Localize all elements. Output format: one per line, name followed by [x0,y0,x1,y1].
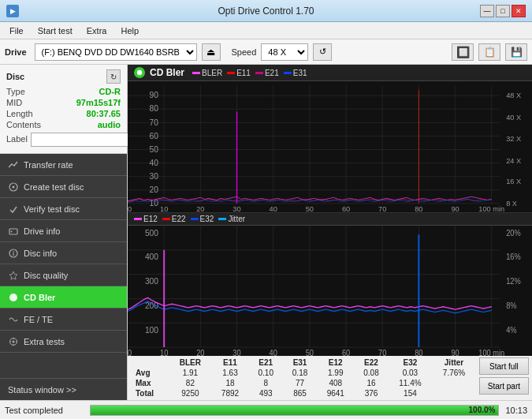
mid-label: MID [6,98,22,107]
svg-text:16 X: 16 X [506,177,522,185]
legend-bler: BLER [192,69,222,77]
svg-rect-64 [128,226,532,357]
close-button[interactable]: ✕ [512,5,526,17]
eraser-button[interactable]: 🔲 [452,43,474,61]
drive-label: Drive [5,47,27,57]
status-time: 10:13 [505,406,527,415]
row-max-e22: 16 [354,378,388,388]
speed-apply-button[interactable]: ↺ [313,43,332,61]
svg-text:40: 40 [270,349,278,356]
table-row-avg: Avg 1.91 1.63 0.10 0.18 1.99 0.08 0.03 7… [131,368,476,378]
disc-refresh-button[interactable]: ↻ [106,69,121,84]
table-row-total: Total 9250 7892 493 865 9641 376 154 [131,388,476,398]
row-total-e11: 7892 [211,388,248,398]
menu-extra[interactable]: Extra [80,24,113,37]
sidebar-item-disc-quality[interactable]: Disc quality [0,264,127,286]
drivebar: Drive (F:) BENQ DVD DD DW1640 BSRB ⏏ Spe… [0,39,532,65]
sidebar-item-cd-bler[interactable]: CD Bler [0,286,127,309]
label-input[interactable] [31,133,136,147]
svg-text:20: 20 [150,185,159,194]
legend-e21-label: E21 [265,69,279,77]
sidebar-item-create-test-disc[interactable]: Create test disc [0,176,127,198]
sidebar-item-verify-test-disc[interactable]: Verify test disc [0,198,127,220]
disc-quality-label: Disc quality [24,271,68,280]
legend2-jitter-label: Jitter [228,215,245,223]
copy-button[interactable]: 📋 [478,43,500,61]
eject-button[interactable]: ⏏ [202,43,221,61]
legend-e31-label: E31 [293,69,307,77]
disc-info-label: Disc info [24,249,57,258]
status-window-toggle[interactable]: Status window >> [0,378,127,400]
legend2-jitter: Jitter [218,215,245,223]
row-avg-e21: 0.10 [249,368,283,378]
svg-text:60: 60 [342,204,350,211]
stats-buttons: Start full Start part [479,357,529,395]
legend2-e12-label: E12 [143,215,158,223]
sidebar: Disc ↻ Type CD-R MID 97m15s17f Length 80… [0,65,128,400]
svg-point-8 [9,294,17,301]
svg-text:48 X: 48 X [506,91,522,99]
legend-e11-label: E11 [236,69,251,77]
col-header-e11: E11 [211,357,248,368]
drive-select[interactable]: (F:) BENQ DVD DD DW1640 BSRB [35,43,197,61]
create-test-disc-label: Create test disc [24,182,84,192]
save-button[interactable]: 💾 [505,43,527,61]
svg-text:60: 60 [342,349,351,356]
titlebar: ▶ Opti Drive Control 1.70 — □ ✕ [0,0,532,22]
minimize-button[interactable]: — [480,5,494,17]
svg-text:8%: 8% [506,301,517,310]
menu-start-test[interactable]: Start test [32,24,79,37]
svg-text:0: 0 [128,204,132,211]
legend2-e22: E22 [162,215,186,223]
length-value: 80:37.65 [87,109,121,118]
legend-e11-color [227,72,235,74]
legend2-e22-label: E22 [172,215,186,223]
stats-area: BLER E11 E21 E31 E12 E22 E32 Jitter Avg [128,356,532,400]
legend2-e12-color [134,218,142,220]
menu-file[interactable]: File [3,24,30,37]
speed-label: Speed [232,47,257,57]
legend2-e32-color [191,218,199,220]
row-max-label: Max [131,378,169,388]
svg-text:400: 400 [145,251,158,261]
legend2-jitter-color [218,218,226,220]
fe-te-label: FE / TE [24,315,53,324]
maximize-button[interactable]: □ [496,5,510,17]
row-max-e31: 77 [283,378,317,388]
progress-bar-container: 100.0% [90,405,499,416]
sidebar-item-fe-te[interactable]: FE / TE [0,309,127,331]
svg-text:90: 90 [451,349,459,356]
svg-text:40: 40 [270,204,277,211]
progress-bar-fill [91,406,498,415]
svg-text:32 X: 32 X [506,134,522,143]
extra-tests-icon [8,336,19,347]
sidebar-item-drive-info[interactable]: Drive info [0,220,127,242]
svg-text:30: 30 [233,349,241,356]
svg-text:50: 50 [150,145,159,154]
start-part-button[interactable]: Start part [479,377,529,395]
svg-text:100 min: 100 min [478,349,504,356]
sidebar-nav: Transfer rate Create test disc Verify te… [0,154,127,378]
col-header-jitter: Jitter [432,357,476,368]
legend2-e32-label: E32 [200,215,214,223]
row-max-bler: 82 [169,378,211,388]
sidebar-item-disc-info[interactable]: Disc info [0,242,127,264]
disc-panel: Disc ↻ Type CD-R MID 97m15s17f Length 80… [0,65,127,154]
start-full-button[interactable]: Start full [479,357,529,375]
menu-help[interactable]: Help [114,24,145,37]
svg-text:4%: 4% [506,325,517,335]
sidebar-item-extra-tests[interactable]: Extra tests [0,331,127,353]
row-total-e12: 9641 [317,388,354,398]
svg-text:70: 70 [378,204,386,211]
legend2-e32: E32 [191,215,214,223]
row-total-jitter [432,388,476,398]
row-max-e32: 11.4% [389,378,433,388]
svg-text:100 min: 100 min [478,204,504,211]
speed-select[interactable]: 48 X [261,43,308,61]
chart-top: 90 80 70 60 50 40 30 20 10 48 X 40 X 32 … [128,81,532,212]
svg-text:8 X: 8 X [506,199,518,208]
legend-e21-color [255,72,263,74]
svg-text:100: 100 [145,324,158,335]
sidebar-item-transfer-rate[interactable]: Transfer rate [0,154,127,176]
svg-text:10: 10 [160,349,169,356]
